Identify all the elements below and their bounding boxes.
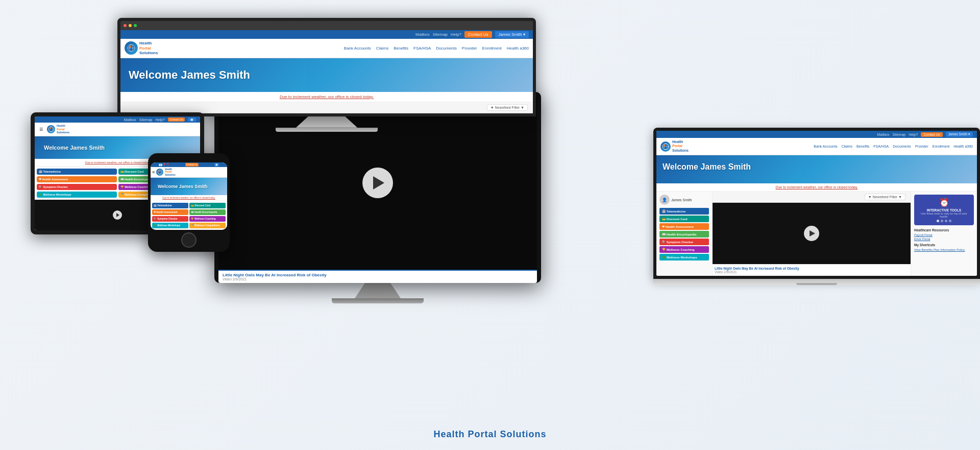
monitor-nav-docs[interactable]: Documents <box>436 46 456 51</box>
laptop-news-title: Little Night Owls May Be At Increased Ri… <box>715 267 799 270</box>
tablet-logo: HealthPortalSolutions <box>47 124 69 134</box>
laptop-alert-bar: Due to inclement weather, our office is … <box>656 183 977 192</box>
laptop-btn-discount[interactable]: 💳 Discount Card <box>659 216 709 222</box>
tv-base <box>332 298 424 303</box>
monitor-user-btn[interactable]: James Smith ▾ <box>495 31 529 38</box>
laptop-user-btn[interactable]: James Smith ▾ <box>946 132 973 137</box>
monitor-logo: HealthPortalSolutions <box>125 41 158 56</box>
laptop-newsfeed-filter[interactable]: ▼ Newsfeed Filter ▼ <box>865 194 905 200</box>
monitor-nav-help[interactable]: Help? <box>451 32 461 37</box>
laptop-link-benefits-plan[interactable]: View Benefits Plan Information Policy <box>914 248 974 251</box>
svg-point-7 <box>158 170 162 174</box>
laptop-btn-wellness-coaching[interactable]: 🏆 Wellness Coaching <box>659 246 709 253</box>
phone-home-btn[interactable] <box>181 232 197 248</box>
laptop-logo-text: HealthPortalSolutions <box>672 140 689 153</box>
laptop-hero: Welcome James Smith <box>656 155 977 183</box>
laptop-btn-health-assessment[interactable]: ❤ Health Assessment <box>659 223 709 230</box>
phone-icons: 📧📍❓ <box>159 163 169 167</box>
tablet-btn-symptom[interactable]: 🔍 Symptom Checker <box>37 184 117 190</box>
monitor-nav-provider[interactable]: Provider <box>462 46 477 51</box>
phone-btn-encyclopedia[interactable]: 📖 Health Encyclopedia <box>189 209 226 215</box>
phone-screen: 📧📍❓ Contact Us ▣ ≡ <box>151 162 227 230</box>
phone-btn-telemedicine[interactable]: 🏥 Telemedicine <box>152 203 188 208</box>
phone-btn-symptom[interactable]: 🔍 Symptom Checker <box>152 216 188 222</box>
phone-contact-btn[interactable]: Contact Us <box>185 163 199 167</box>
phone: 📧📍❓ Contact Us ▣ ≡ <box>148 153 230 252</box>
phone-btn-competitions[interactable]: 🏅 Wellness Competitions <box>189 223 226 228</box>
phone-btn-workshops[interactable]: 🌿 Wellness Workshops <box>152 223 188 228</box>
laptop-nav-docs[interactable]: Documents <box>893 145 911 148</box>
laptop-nav-help[interactable]: Help? <box>909 133 918 136</box>
laptop-nav-enrollment[interactable]: Enrollment <box>933 145 949 148</box>
tablet-nav-mailbox[interactable]: Mailbox <box>124 118 136 122</box>
svg-point-3 <box>129 46 131 48</box>
monitor-nav-sitemap[interactable]: Sitemap <box>433 32 448 37</box>
laptop-video[interactable] <box>713 203 911 264</box>
laptop-nav-sitemap[interactable]: Sitemap <box>892 133 905 136</box>
laptop-user-row: 👤 James Smith <box>659 195 709 205</box>
laptop-nav-fsa[interactable]: FSA/HSA <box>873 145 889 148</box>
phone-btn-wellness[interactable]: 🏆 Wellness Coaching <box>189 216 226 222</box>
monitor-nav-fsa[interactable]: FSA/HSA <box>413 46 431 51</box>
laptop-nav-mailbox[interactable]: Mailbox <box>877 133 889 136</box>
laptop-nav-claims[interactable]: Claims <box>842 145 852 148</box>
scene: Mailbox Sitemap Help? Contact Us James S… <box>0 0 980 450</box>
laptop-play-btn[interactable] <box>804 226 819 241</box>
monitor-contact-btn[interactable]: Contact Us <box>464 31 492 38</box>
laptop-section-shortcuts: My Shortcuts <box>914 243 974 247</box>
tablet-nav-main: ≡ HealthPortalS <box>35 123 200 136</box>
laptop-contact-btn[interactable]: Contact Us <box>921 132 942 137</box>
laptop-logo-globe <box>660 141 671 152</box>
tablet-nav-sitemap[interactable]: Sitemap <box>139 118 153 122</box>
tablet-nav-help[interactable]: Help? <box>155 118 164 122</box>
tablet-play-btn[interactable] <box>113 210 122 220</box>
phone-hero-title: Welcome James Smith <box>155 181 223 192</box>
tablet-logo-text: HealthPortalSolutions <box>57 124 69 134</box>
monitor-alert-text: Due to inclement weather, our office is … <box>280 94 374 99</box>
laptop-avatar: 👤 <box>659 195 670 205</box>
monitor-nav-claims[interactable]: Claims <box>376 46 388 51</box>
phone-menu-icon[interactable]: ≡ <box>152 170 155 175</box>
monitor-nav-bank[interactable]: Bank Accounts <box>344 46 371 51</box>
laptop-newsfeed-bar: ▼ Newsfeed Filter ▼ <box>713 192 911 203</box>
interactive-tools-label: INTERACTIVE TOOLS <box>917 208 971 212</box>
tv-play-btn[interactable] <box>362 168 393 198</box>
monitor-nav-benefits[interactable]: Benefits <box>394 46 408 51</box>
phone-btn-discount[interactable]: 💳 Discount Card <box>189 203 226 208</box>
monitor-newsfeed-filter[interactable]: ▼ Newsfeed Filter ▼ <box>487 104 528 111</box>
monitor-nav-health360[interactable]: Health a360 <box>507 46 529 51</box>
laptop-btn-telemedicine[interactable]: 🏥 Telemedicine <box>659 208 709 215</box>
svg-point-4 <box>48 127 54 132</box>
laptop-link-eack[interactable]: EAck Portal <box>914 238 974 241</box>
laptop-nav-health360[interactable]: Health a360 <box>953 145 973 148</box>
phone-btn-grid: 🏥 Telemedicine 💳 Discount Card ❤ Health … <box>151 201 227 230</box>
monitor-nav-enrollment[interactable]: Enrollment <box>482 46 502 51</box>
tablet-btn-workshops[interactable]: 🌿 Wellness Workshops <box>37 192 117 198</box>
monitor-nav-main: HealthPortalSolutions Bank Accounts Clai… <box>120 39 533 58</box>
phone-hero: Welcome James Smith <box>151 178 227 195</box>
tv-news-title: Little Night Owls May Be At Increased Ri… <box>223 273 533 277</box>
phone-logo-globe <box>156 169 163 176</box>
monitor-screen: Mailbox Sitemap Help? Contact Us James S… <box>117 18 536 116</box>
phone-btn-health-assessment[interactable]: ❤ Health Assessment <box>152 209 188 215</box>
laptop-btn-symptom[interactable]: 🔍 Symptom Checker <box>659 239 709 245</box>
phone-user-btn[interactable]: ▣ <box>214 163 219 167</box>
monitor-nav-mailbox[interactable]: Mailbox <box>415 32 430 37</box>
tablet-user-btn[interactable]: ▣ <box>188 117 196 122</box>
laptop-alert-text: Due to inclement weather, our office is … <box>775 185 857 189</box>
tablet-btn-telemedicine[interactable]: 🏥 Telemedicine <box>37 169 117 175</box>
laptop-btn-encyclopedia[interactable]: 📖 Health Encyclopedia <box>659 231 709 238</box>
tablet-btn-health-assessment[interactable]: ❤ Health Assessment <box>37 176 117 182</box>
tablet-contact-btn[interactable]: Contact Us <box>168 117 185 122</box>
tablet-menu-icon[interactable]: ≡ <box>37 125 45 134</box>
laptop-nav-benefits[interactable]: Benefits <box>856 145 869 148</box>
laptop-user-name: James Smith <box>671 198 692 202</box>
phone-frame: 📧📍❓ Contact Us ▣ ≡ <box>148 153 230 252</box>
laptop-btn-workshops[interactable]: 🌿 Wellness Workshops <box>659 254 709 260</box>
hero-decoration <box>306 58 533 92</box>
laptop-nav-bank[interactable]: Bank Accounts <box>814 145 837 148</box>
laptop-link-payroll[interactable]: Payroll Portal <box>914 233 974 236</box>
svg-point-9 <box>159 171 160 172</box>
monitor-logo-text: HealthPortalSolutions <box>139 41 158 56</box>
laptop-nav-provider[interactable]: Provider <box>915 145 928 148</box>
